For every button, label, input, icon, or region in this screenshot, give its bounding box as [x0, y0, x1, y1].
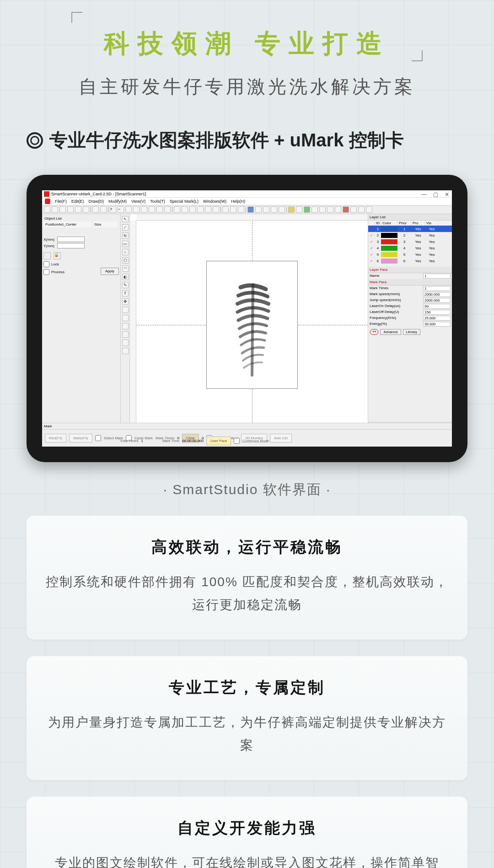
btn-red-f3[interactable]: Red(F3) — [45, 434, 66, 442]
tb-tool-3[interactable] — [271, 206, 277, 213]
btn-library[interactable]: Library — [403, 329, 420, 335]
tool-special3[interactable] — [122, 323, 129, 329]
menu-file[interactable]: File(F) — [55, 199, 67, 204]
feature-card: 高效联动，运行平稳流畅 控制系统和硬件部件拥有 100% 匹配度和契合度，整机高… — [27, 516, 467, 640]
tb-tool-7[interactable] — [319, 206, 326, 213]
tb-zoom-4[interactable] — [164, 206, 171, 213]
menu-help[interactable]: Help(H) — [231, 199, 245, 204]
layer-row[interactable]: ✓55YesYes — [368, 251, 452, 258]
canvas[interactable] — [130, 214, 368, 429]
layer-row[interactable]: ✓33YesYes — [368, 238, 452, 245]
tool-rect[interactable]: ▭ — [122, 241, 129, 247]
tool-special5[interactable] — [122, 340, 129, 346]
maximize-button[interactable]: ▢ — [433, 191, 438, 198]
close-button[interactable]: ✕ — [445, 191, 449, 198]
tb-rotate[interactable] — [238, 206, 244, 213]
layer-col-vis: Vis — [425, 221, 439, 226]
val-mark-time: 00:00:00.000 — [182, 439, 204, 443]
tb-mirror-v[interactable] — [230, 206, 236, 213]
tool-special6[interactable] — [122, 348, 129, 354]
lock-icon[interactable]: 🔒 — [54, 252, 61, 259]
input-x[interactable] — [57, 237, 85, 242]
tb-tool-8[interactable] — [327, 206, 333, 213]
chk-process[interactable] — [43, 269, 49, 275]
tool-text[interactable]: ✎ — [122, 282, 129, 288]
tool-special2[interactable] — [122, 315, 129, 321]
tb-mirror-h[interactable] — [222, 206, 229, 213]
tb-align-4[interactable] — [197, 206, 204, 213]
tb-new[interactable] — [44, 206, 50, 213]
tool-circle[interactable]: ○ — [122, 249, 129, 255]
tb-copy[interactable] — [75, 206, 81, 213]
tb-zoom-3[interactable] — [156, 206, 163, 213]
layer-row[interactable]: ✓22YesYes — [368, 232, 452, 238]
menu-view[interactable]: View(V) — [131, 199, 145, 204]
lbl-process: Process — [51, 270, 64, 274]
tb-tool-9[interactable] — [335, 206, 341, 213]
tb-tool-red[interactable] — [343, 206, 349, 213]
tb-tool-10[interactable] — [350, 206, 357, 213]
layer-row[interactable]: ✓44YesYes — [368, 245, 452, 251]
tool-text2[interactable]: T — [122, 290, 129, 297]
tb-zoom-in[interactable]: + — [110, 206, 116, 213]
btn-advance[interactable]: Advance — [380, 329, 401, 335]
tb-undo[interactable] — [92, 206, 99, 213]
tb-paste[interactable] — [83, 206, 89, 213]
tool-move[interactable]: ✥ — [122, 298, 129, 305]
btn-mark-f4[interactable]: Mark(F4) — [69, 434, 92, 442]
tb-tool-green[interactable] — [304, 206, 310, 213]
layer-row[interactable]: ✓11YesYes — [368, 226, 452, 232]
tb-tool-2[interactable] — [263, 206, 269, 213]
tb-align-3[interactable] — [189, 206, 196, 213]
tb-align-6[interactable] — [213, 206, 219, 213]
tool-special1[interactable] — [122, 307, 129, 313]
app-icon — [44, 191, 49, 197]
tb-zoom-fit[interactable] — [125, 206, 132, 213]
chk-select-mark[interactable] — [95, 435, 101, 441]
btn-user-para[interactable]: User Para — [206, 437, 231, 445]
val-name: 1 — [423, 274, 451, 279]
tb-zoom-2[interactable] — [149, 206, 155, 213]
tb-align-2[interactable] — [182, 206, 188, 213]
menu-windows[interactable]: Windows(W) — [203, 199, 226, 204]
tb-zoom-out[interactable]: − — [118, 206, 124, 213]
layer-row[interactable]: ✓66YesYes — [368, 258, 452, 264]
chk-lock[interactable] — [43, 261, 49, 267]
tb-save[interactable] — [59, 206, 66, 213]
tb-open[interactable] — [52, 206, 58, 213]
tool-special4[interactable] — [122, 331, 129, 338]
tb-align-5[interactable] — [205, 206, 211, 213]
menu-edit[interactable]: Edit(E) — [71, 199, 84, 204]
chk-continuous[interactable] — [234, 438, 240, 444]
tb-redo[interactable] — [100, 206, 107, 213]
tool-pointer[interactable]: ↖ — [122, 216, 129, 222]
tb-cut[interactable] — [67, 206, 74, 213]
tool-curve[interactable]: N — [122, 232, 129, 239]
tb-tool-6[interactable] — [311, 206, 318, 213]
menu-tools[interactable]: Tools(T) — [150, 199, 165, 204]
tb-tool-blue[interactable] — [247, 206, 254, 213]
tb-tool-12[interactable] — [366, 206, 372, 213]
btn-axis-ctrl[interactable]: Axis Ctrl — [270, 434, 292, 442]
btn-apply[interactable]: Apply — [101, 268, 119, 275]
link-xy-icon[interactable] — [43, 252, 51, 259]
vertical-toolbox: ↖ ∕ N ▭ ○ ⬠ ◠ ◐ ✎ T ✥ — [121, 214, 130, 429]
tool-arc[interactable]: ◠ — [122, 265, 129, 272]
tb-zoom-1[interactable] — [141, 206, 147, 213]
menu-draw[interactable]: Draw(D) — [89, 199, 104, 204]
tool-line[interactable]: ∕ — [122, 224, 129, 231]
tb-tool-4[interactable] — [279, 206, 285, 213]
tool-spiral[interactable]: ◐ — [122, 274, 129, 280]
tb-zoom-sel[interactable] — [133, 206, 140, 213]
tb-tool-11[interactable] — [358, 206, 365, 213]
tb-tool-1[interactable] — [255, 206, 262, 213]
mark-para-title: Mark Para — [368, 279, 452, 286]
menu-special[interactable]: Special Mark(L) — [170, 199, 199, 204]
tb-align-1[interactable] — [174, 206, 180, 213]
input-y[interactable] — [57, 243, 85, 248]
tb-tool-yellow[interactable] — [288, 206, 295, 213]
menu-modify[interactable]: Modify(M) — [108, 199, 127, 204]
minimize-button[interactable]: — — [421, 191, 427, 198]
tool-polygon[interactable]: ⬠ — [122, 257, 129, 264]
tb-tool-5[interactable] — [296, 206, 302, 213]
